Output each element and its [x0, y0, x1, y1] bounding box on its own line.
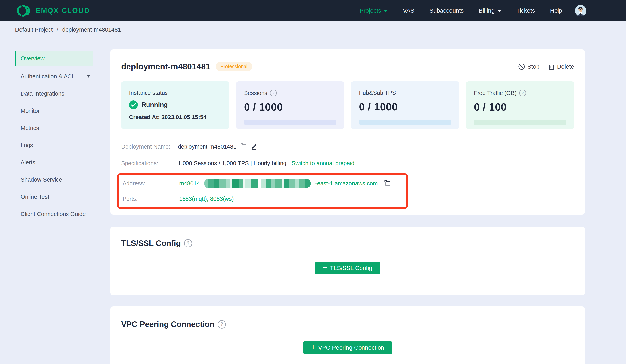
stat-card-free-traffic: Free Traffic (GB) ? 0 / 100 — [466, 81, 574, 129]
address-redaction — [204, 179, 311, 188]
nav-subaccounts-label: Subaccounts — [430, 7, 464, 14]
sidebar-item-label: Client Connections Guide — [21, 211, 86, 218]
status-text: Running — [141, 101, 168, 109]
stat-label-text: Pub&Sub TPS — [359, 90, 396, 96]
vpc-peering-title-row: VPC Peering Connection ? — [121, 320, 574, 329]
stat-label-text: Instance status — [129, 90, 168, 96]
stat-label-text: Free Traffic (GB) — [474, 90, 516, 96]
edit-icon[interactable] — [250, 143, 257, 150]
breadcrumb-project[interactable]: Default Project — [15, 27, 53, 33]
nav-subaccounts[interactable]: Subaccounts — [430, 7, 464, 14]
copy-icon[interactable] — [240, 143, 247, 150]
nav-billing[interactable]: Billing — [479, 7, 501, 14]
address-highlight-box: Address: m48014 -east-1.amazonaws.com — [117, 174, 408, 209]
stat-value: 0 / 1000 — [359, 101, 451, 113]
specifications-label: Specifications: — [121, 160, 178, 167]
vpc-peering-card: VPC Peering Connection ? + VPC Peering C… — [111, 306, 585, 364]
tls-ssl-card: TLS/SSL Config ? + TLS/SSL Config — [111, 226, 585, 295]
plus-icon: + — [323, 264, 327, 271]
vpc-peering-title: VPC Peering Connection — [121, 320, 214, 329]
sidebar-item-client-connections-guide[interactable]: Client Connections Guide — [15, 206, 93, 223]
stats-row: Instance status Running Created At: 2023… — [121, 81, 574, 129]
address-label: Address: — [122, 180, 179, 187]
sidebar-item-label: Monitor — [21, 108, 40, 114]
sidebar-item-overview[interactable]: Overview — [15, 51, 93, 66]
stat-card-sessions: Sessions ? 0 / 1000 — [236, 81, 345, 129]
trash-icon — [548, 63, 554, 70]
stat-card-pubsub-tps: Pub&Sub TPS 0 / 1000 — [351, 81, 459, 129]
sidebar-item-label: Data Integrations — [21, 90, 64, 97]
stat-label: Sessions ? — [244, 90, 337, 96]
created-at: Created At: 2023.01.05 15:54 — [129, 114, 222, 120]
tps-progress-bar — [359, 120, 451, 125]
tls-ssl-title: TLS/SSL Config — [121, 239, 181, 248]
deployment-header: deployment-m4801481 Professional Stop — [121, 62, 574, 72]
add-vpc-peering-button[interactable]: + VPC Peering Connection — [303, 341, 392, 354]
plus-icon: + — [311, 344, 315, 351]
sidebar-item-logs[interactable]: Logs — [15, 137, 93, 154]
address-suffix: -east-1.amazonaws.com — [315, 180, 378, 187]
stop-icon — [518, 63, 525, 70]
top-navbar: EMQX CLOUD Projects VAS Subaccounts Bill… — [0, 0, 626, 21]
sidebar-item-label: Logs — [21, 142, 33, 148]
stop-button[interactable]: Stop — [518, 63, 540, 70]
help-icon[interactable]: ? — [184, 239, 192, 248]
nav-tickets-label: Tickets — [516, 7, 535, 14]
sidebar-item-label: Online Test — [21, 194, 49, 200]
stat-value: 0 / 100 — [474, 101, 566, 113]
address-prefix: m48014 — [179, 180, 200, 187]
nav-billing-label: Billing — [479, 7, 495, 14]
delete-button[interactable]: Delete — [548, 63, 574, 70]
traffic-progress-bar — [474, 120, 566, 125]
nav-help-label: Help — [550, 7, 562, 14]
sidebar-item-online-test[interactable]: Online Test — [15, 188, 93, 206]
chevron-down-icon — [384, 10, 388, 12]
breadcrumb-current: deployment-m4801481 — [62, 27, 121, 33]
sidebar-item-label: Metrics — [21, 125, 39, 131]
sidebar-item-authentication-acl[interactable]: Authentication & ACL — [15, 68, 93, 85]
breadcrumb: Default Project / deployment-m4801481 — [0, 21, 626, 33]
deployment-overview-card: deployment-m4801481 Professional Stop — [111, 49, 585, 215]
sidebar-item-shadow-service[interactable]: Shadow Service — [15, 171, 93, 188]
add-vpc-peering-label: VPC Peering Connection — [318, 344, 384, 351]
sidebar-item-label: Shadow Service — [21, 177, 62, 183]
switch-annual-prepaid-link[interactable]: Switch to annual prepaid — [292, 160, 354, 167]
copy-icon[interactable] — [384, 180, 391, 187]
stop-button-label: Stop — [527, 63, 540, 70]
nav-help[interactable]: Help — [550, 7, 562, 14]
nav-projects[interactable]: Projects — [360, 7, 388, 14]
nav-tickets[interactable]: Tickets — [516, 7, 535, 14]
delete-button-label: Delete — [557, 63, 574, 70]
ports-value: 1883(mqtt), 8083(ws) — [179, 196, 234, 202]
deployment-title: deployment-m4801481 — [121, 62, 210, 72]
address-row: Address: m48014 -east-1.amazonaws.com — [122, 176, 406, 191]
chevron-down-icon — [497, 10, 501, 12]
sidebar-item-alerts[interactable]: Alerts — [15, 154, 93, 171]
stat-card-instance-status: Instance status Running Created At: 2023… — [121, 81, 230, 129]
ports-row: Ports: 1883(mqtt), 8083(ws) — [122, 191, 406, 207]
emqx-logo-icon — [15, 4, 31, 17]
stat-label-text: Sessions — [244, 90, 268, 96]
app-root: EMQX CLOUD Projects VAS Subaccounts Bill… — [0, 0, 626, 33]
sidebar: Overview Authentication & ACL Data Integ… — [15, 51, 93, 223]
stat-label: Instance status — [129, 90, 222, 96]
plan-badge: Professional — [216, 62, 252, 72]
stat-value: 0 / 1000 — [244, 101, 337, 113]
deployment-details: Deployment Name: deployment-m4801481 — [121, 138, 574, 209]
help-icon[interactable]: ? — [218, 320, 226, 328]
add-tls-ssl-config-button[interactable]: + TLS/SSL Config — [315, 262, 380, 274]
chevron-down-icon — [87, 75, 90, 77]
help-icon[interactable]: ? — [519, 90, 526, 96]
sidebar-item-monitor[interactable]: Monitor — [15, 102, 93, 119]
sidebar-item-metrics[interactable]: Metrics — [15, 119, 93, 137]
deployment-name-row: Deployment Name: deployment-m4801481 — [121, 138, 574, 155]
sidebar-item-data-integrations[interactable]: Data Integrations — [15, 85, 93, 102]
deployment-name-value: deployment-m4801481 — [178, 144, 236, 150]
emqx-logo[interactable]: EMQX CLOUD — [15, 4, 90, 17]
main-content: deployment-m4801481 Professional Stop — [111, 49, 585, 364]
user-avatar[interactable] — [575, 5, 587, 16]
ports-label: Ports: — [122, 196, 179, 202]
sidebar-item-label: Authentication & ACL — [21, 73, 75, 80]
help-icon[interactable]: ? — [270, 90, 277, 96]
nav-vas[interactable]: VAS — [403, 7, 414, 14]
